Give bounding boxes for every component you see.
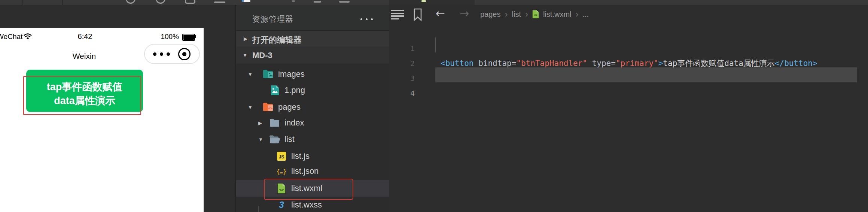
tree-item-images[interactable]: ▼images bbox=[236, 66, 389, 82]
tree-item-1-png[interactable]: 1.png bbox=[236, 82, 389, 99]
svg-text:<>: <> bbox=[534, 13, 538, 17]
breadcrumb: pages›list›<>list.wxml›... bbox=[480, 9, 589, 19]
tap-demo-button-line1: tap事件函数赋值 bbox=[28, 80, 141, 94]
code-token: > bbox=[658, 59, 663, 68]
more-dots-icon[interactable] bbox=[153, 52, 170, 56]
toolbar-divider bbox=[62, 0, 63, 5]
outline-list-icon[interactable] bbox=[391, 10, 404, 19]
explorer-header: 资源管理器 bbox=[236, 5, 389, 31]
svg-text:3: 3 bbox=[279, 200, 284, 210]
editor-tab-fragment bbox=[389, 0, 475, 5]
code-token bbox=[587, 59, 592, 68]
tree-item-pages[interactable]: ▼<>pages bbox=[236, 99, 389, 115]
back-arrow-button[interactable]: ← bbox=[436, 7, 445, 20]
tree-item-list-js[interactable]: JSlist.js bbox=[236, 148, 389, 164]
tree-item-label: list.json bbox=[291, 166, 319, 176]
tree-item-list-wxml[interactable]: <>list.wxml bbox=[236, 180, 389, 197]
code-area[interactable]: 12<button bindtap="btnTapHandler" type="… bbox=[389, 23, 868, 212]
explorer-title: 资源管理器 bbox=[252, 14, 293, 24]
tap-demo-button-line2: data属性演示 bbox=[28, 94, 141, 108]
chevron-down-icon[interactable]: ▼ bbox=[258, 137, 263, 142]
chevron-right-icon[interactable]: ▶ bbox=[258, 121, 262, 125]
code-token: "primary" bbox=[616, 59, 658, 68]
image-file-icon bbox=[269, 85, 280, 96]
svg-text:<>: <> bbox=[279, 187, 284, 192]
line-number: 4 bbox=[389, 86, 415, 101]
section-project[interactable]: ▼ MD-3 bbox=[236, 46, 389, 64]
tree-item-list[interactable]: ▼list bbox=[236, 131, 389, 148]
toolbar-icon-fragment bbox=[339, 1, 350, 3]
tree-item-label: list bbox=[284, 134, 295, 144]
breadcrumb-item----[interactable]: ... bbox=[583, 10, 589, 19]
svg-text:{…}: {…} bbox=[276, 168, 286, 175]
tree-item-label: images bbox=[278, 69, 305, 79]
explorer-panel: 资源管理器 ▶ 打开的编辑器 ▼ MD-3 ▼images1.png▼<>pag… bbox=[235, 5, 389, 212]
tab-icon-fragment bbox=[421, 0, 426, 2]
status-carrier: WeChat bbox=[0, 33, 32, 42]
breadcrumb-separator-icon: › bbox=[505, 10, 508, 18]
breadcrumb-item-list-wxml[interactable]: list.wxml bbox=[543, 10, 572, 19]
line-number: 2 bbox=[389, 56, 415, 71]
tap-demo-button[interactable]: tap事件函数赋值 data属性演示 bbox=[26, 70, 143, 112]
folder-closed-icon bbox=[269, 118, 280, 128]
tree-item-label: list.wxss bbox=[291, 200, 322, 210]
chevron-down-icon[interactable]: ▼ bbox=[248, 105, 253, 110]
tree-item-label: list.js bbox=[291, 151, 310, 161]
explorer-more-button[interactable] bbox=[360, 18, 373, 20]
tree-item-list-wxss[interactable]: 3list.wxss bbox=[236, 197, 389, 212]
toolbar-icon-fragment bbox=[242, 0, 250, 2]
wxml-file-icon: <> bbox=[276, 183, 287, 194]
chevron-down-icon[interactable]: ▼ bbox=[248, 72, 253, 77]
breadcrumb-separator-icon: › bbox=[525, 10, 528, 18]
breadcrumb-item-pages[interactable]: pages bbox=[480, 10, 501, 19]
wechat-devtools-window: WeChat 6:42 100% Weixin tap事件函数赋值 data属性… bbox=[0, 0, 868, 212]
code-token: bindtap bbox=[478, 59, 512, 68]
folder-images-icon bbox=[263, 69, 274, 79]
phone-simulator: WeChat 6:42 100% Weixin tap事件函数赋值 data属性… bbox=[0, 28, 204, 212]
tree-item-list-json[interactable]: {…}list.json bbox=[236, 163, 389, 179]
folder-open-icon bbox=[269, 134, 280, 145]
svg-text:JS: JS bbox=[279, 154, 284, 160]
code-token: "btnTapHandler" bbox=[516, 59, 587, 68]
battery-icon bbox=[182, 34, 195, 41]
line-number: 1 bbox=[389, 41, 415, 56]
battery-percent: 100% bbox=[157, 33, 179, 41]
page-title: Weixin bbox=[56, 52, 112, 61]
forward-arrow-button[interactable]: → bbox=[460, 7, 469, 20]
code-token: = bbox=[512, 59, 517, 68]
tree-item-label: pages bbox=[278, 102, 301, 112]
file-tree: ▼images1.png▼<>pages▶index▼listJSlist.js… bbox=[236, 64, 389, 212]
tree-item-label: index bbox=[284, 118, 304, 128]
editor-panel: ← → pages›list›<>list.wxml›... 12<button… bbox=[389, 5, 868, 212]
battery-icon-nub bbox=[195, 35, 196, 38]
code-token bbox=[474, 59, 479, 68]
toolbar-icon-fragment bbox=[292, 0, 295, 2]
toolbar-divider bbox=[22, 0, 23, 5]
bookmark-icon[interactable] bbox=[412, 8, 423, 23]
toolbar-icon-fragment bbox=[156, 0, 165, 4]
chevron-down-icon[interactable]: ▼ bbox=[243, 53, 247, 58]
section-open-editors[interactable]: ▶ 打开的编辑器 bbox=[236, 31, 389, 46]
folder-pages-icon: <> bbox=[263, 102, 274, 112]
code-token: <button bbox=[441, 59, 474, 68]
wxml-file-icon: <> bbox=[532, 10, 539, 19]
tree-item-index[interactable]: ▶index bbox=[236, 115, 389, 131]
chevron-right-icon[interactable]: ▶ bbox=[244, 36, 247, 41]
capsule-menu bbox=[144, 44, 200, 64]
code-token: = bbox=[611, 59, 616, 68]
wifi-icon bbox=[24, 33, 32, 42]
code-token: </button> bbox=[775, 59, 817, 68]
breadcrumb-item-list[interactable]: list bbox=[512, 10, 521, 19]
tree-item-label: list.wxml bbox=[291, 184, 322, 193]
toolbar-icon-fragment bbox=[214, 1, 225, 3]
top-toolbar-strip bbox=[0, 0, 868, 5]
toolbar-icon-fragment bbox=[314, 1, 321, 3]
status-time: 6:42 bbox=[55, 32, 115, 41]
indent-guide bbox=[435, 37, 436, 52]
record-circle-icon[interactable] bbox=[178, 48, 191, 60]
code-line-2[interactable]: <button bindtap="btnTapHandler" type="pr… bbox=[441, 56, 817, 71]
breadcrumb-separator-icon: › bbox=[576, 10, 579, 18]
code-token: tap事件函数赋值data属性演示 bbox=[663, 59, 775, 68]
line-number: 3 bbox=[389, 71, 415, 86]
toolbar-icon-fragment bbox=[126, 0, 135, 4]
